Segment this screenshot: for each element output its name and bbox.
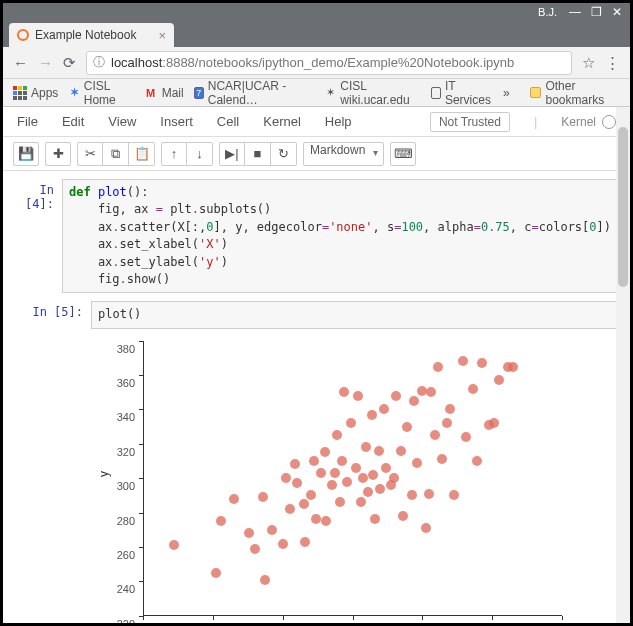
data-point	[379, 404, 389, 414]
data-point	[258, 492, 268, 502]
menu-view[interactable]: View	[108, 114, 136, 129]
run-button[interactable]: ▶|	[219, 142, 245, 166]
data-point	[361, 442, 371, 452]
data-point	[321, 516, 331, 526]
bookmark-cisl-home[interactable]: ✶CISL Home	[68, 79, 133, 107]
data-point	[370, 514, 380, 524]
close-tab-button[interactable]: ×	[158, 28, 166, 43]
menu-help[interactable]: Help	[325, 114, 352, 129]
apps-label: Apps	[31, 86, 58, 100]
data-point	[363, 487, 373, 497]
data-point	[292, 478, 302, 488]
move-down-button[interactable]: ↓	[187, 142, 213, 166]
code-cell-5[interactable]: In [5]: plot()	[15, 301, 618, 328]
data-point	[449, 490, 459, 500]
scrollbar-thumb[interactable]	[618, 127, 628, 287]
bookmark-ncar-calendar[interactable]: 7NCAR|UCAR - Calend…	[194, 79, 315, 107]
data-point	[351, 463, 361, 473]
browser-tab-active[interactable]: Example Notebook ×	[9, 23, 174, 47]
forward-button[interactable]: →	[38, 54, 53, 71]
code-input[interactable]: def plot(): fig, ax = plt.subplots() ax.…	[62, 179, 618, 293]
paste-button[interactable]: 📋	[129, 142, 155, 166]
scatter-plot: 220240260280300320340360380 2345678 y X	[91, 333, 576, 623]
save-button[interactable]: 💾	[13, 142, 39, 166]
copy-button[interactable]: ⧉	[103, 142, 129, 166]
minimize-button[interactable]: —	[569, 5, 581, 19]
celltype-select[interactable]: Markdown	[303, 142, 384, 166]
gear-icon: ✶	[68, 86, 79, 100]
kernel-status-icon	[602, 115, 616, 129]
data-point	[389, 473, 399, 483]
jupyter-icon	[17, 29, 29, 41]
data-point	[412, 458, 422, 468]
maximize-button[interactable]: ❐	[591, 5, 602, 19]
data-point	[461, 432, 471, 442]
vertical-scrollbar[interactable]	[616, 107, 630, 623]
data-point	[211, 568, 221, 578]
data-point	[244, 528, 254, 538]
bookmark-star-button[interactable]: ☆	[582, 54, 595, 72]
url-port: :8888	[162, 55, 195, 70]
url-row: ← → ⟳ ⓘ localhost:8888/notebooks/ipython…	[3, 47, 630, 79]
reload-button[interactable]: ⟳	[63, 54, 76, 72]
url-path: /notebooks/ipython_demo/Example%20Notebo…	[195, 55, 514, 70]
bookmark-overflow[interactable]: »	[503, 86, 510, 100]
data-point	[339, 387, 349, 397]
restart-button[interactable]: ↻	[271, 142, 297, 166]
menu-cell[interactable]: Cell	[217, 114, 239, 129]
data-point	[468, 384, 478, 394]
menu-edit[interactable]: Edit	[62, 114, 84, 129]
data-point	[229, 494, 239, 504]
cell-5-output: . 220240260280300320340360380 2345678 y …	[15, 333, 618, 623]
data-point	[342, 477, 352, 487]
data-point	[402, 422, 412, 432]
data-point	[445, 404, 455, 414]
other-bookmarks[interactable]: Other bookmarks	[530, 79, 620, 107]
data-point	[278, 539, 288, 549]
wiki-icon: ✶	[325, 86, 336, 100]
data-point	[332, 430, 342, 440]
data-point	[391, 391, 401, 401]
url-bar[interactable]: ⓘ localhost:8888/notebooks/ipython_demo/…	[86, 51, 572, 75]
menu-file[interactable]: File	[17, 114, 38, 129]
site-info-icon[interactable]: ⓘ	[93, 54, 105, 71]
data-point	[421, 523, 431, 533]
data-point	[442, 418, 452, 428]
kernel-label: Kernel	[561, 115, 596, 129]
apps-button[interactable]: Apps	[13, 86, 58, 100]
trust-badge[interactable]: Not Trusted	[430, 112, 510, 132]
bookmark-cisl-wiki[interactable]: ✶CISL wiki.ucar.edu	[325, 79, 421, 107]
data-point	[375, 484, 385, 494]
data-point	[409, 396, 419, 406]
data-point	[300, 537, 310, 547]
notebook-menubar: File Edit View Insert Cell Kernel Help N…	[3, 107, 630, 137]
back-button[interactable]: ←	[13, 54, 28, 71]
page-content: File Edit View Insert Cell Kernel Help N…	[3, 107, 630, 623]
add-cell-button[interactable]: ✚	[45, 142, 71, 166]
stop-button[interactable]: ■	[245, 142, 271, 166]
os-titlebar: B.J. — ❐ ✕	[3, 3, 630, 21]
code-input[interactable]: plot()	[91, 301, 618, 328]
close-window-button[interactable]: ✕	[612, 5, 622, 19]
data-point	[489, 418, 499, 428]
data-point	[309, 456, 319, 466]
code-cell-4[interactable]: In [4]: def plot(): fig, ax = plt.subplo…	[15, 179, 618, 293]
services-icon	[431, 87, 441, 99]
data-point	[169, 540, 179, 550]
browser-menu-button[interactable]: ⋮	[605, 54, 620, 72]
menu-kernel[interactable]: Kernel	[263, 114, 301, 129]
data-point	[424, 489, 434, 499]
bookmark-it-services[interactable]: IT Services	[431, 79, 493, 107]
tab-title: Example Notebook	[35, 28, 136, 42]
kernel-indicator[interactable]: Kernel	[561, 115, 616, 129]
menu-insert[interactable]: Insert	[160, 114, 193, 129]
bookmark-mail[interactable]: MMail	[144, 86, 184, 100]
calendar-icon: 7	[194, 87, 204, 99]
data-point	[356, 497, 366, 507]
move-up-button[interactable]: ↑	[161, 142, 187, 166]
data-point	[327, 480, 337, 490]
data-point	[433, 362, 443, 372]
command-palette-button[interactable]: ⌨	[390, 142, 416, 166]
data-point	[335, 497, 345, 507]
cut-button[interactable]: ✂	[77, 142, 103, 166]
